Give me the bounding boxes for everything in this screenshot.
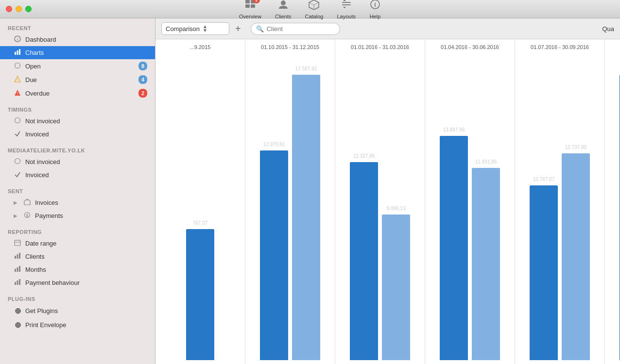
chart-bar[interactable]: 13.897,96 — [440, 136, 468, 360]
chart-bar[interactable]: 10.767,07 — [530, 185, 558, 360]
chart-bar[interactable]: 12.737,85 — [562, 153, 590, 360]
chart-col-header: 01.10.2015 - 31.12.2015 — [260, 39, 320, 57]
chart-column-col1: ...9.2015767,07 — [155, 39, 245, 364]
overview-icon: 2 — [244, 0, 256, 13]
content-area: Comparison ▲ ▼ + 🔍 Qua ...9.2015767,0701… — [155, 18, 620, 364]
svg-rect-37 — [19, 279, 20, 285]
traffic-lights — [6, 6, 32, 12]
chart-col-header: 01.01.2016 - 31.03.2016 — [350, 39, 410, 57]
sidebar-item-months[interactable]: Months — [0, 263, 155, 276]
toolbar-layouts[interactable]: Layouts — [337, 0, 356, 19]
section-mediaatelier: MEDIAATELIER.MITE.YO.LK — [0, 141, 155, 155]
clients-label: Clients — [275, 14, 292, 19]
add-button[interactable]: + — [233, 23, 243, 34]
not-invoiced-media-icon — [14, 158, 21, 166]
svg-point-4 — [281, 0, 286, 5]
svg-text:!: ! — [17, 91, 18, 96]
comparison-dropdown[interactable]: Comparison ▲ ▼ — [161, 22, 229, 35]
sidebar-item-clients-report[interactable]: Clients — [0, 250, 155, 263]
maximize-button[interactable] — [25, 6, 32, 12]
svg-point-14 — [15, 63, 20, 68]
toolbar-clients[interactable]: Clients — [275, 0, 292, 19]
chart-col-header: ...9.2015 — [189, 39, 212, 57]
svg-text:i: i — [17, 37, 18, 42]
section-timings: TIMINGS — [0, 100, 155, 115]
close-button[interactable] — [6, 6, 12, 12]
svg-rect-36 — [17, 281, 18, 285]
sidebar-item-date-range[interactable]: Date range — [0, 237, 155, 250]
sidebar-item-charts[interactable]: Charts — [0, 46, 155, 59]
open-count: 8 — [138, 62, 147, 70]
sidebar-overdue-label: Overdue — [25, 90, 135, 97]
search-input[interactable] — [267, 25, 335, 33]
svg-rect-13 — [19, 49, 20, 55]
help-label: Help — [370, 14, 381, 19]
search-box: 🔍 — [251, 23, 340, 35]
content-toolbar: Comparison ▲ ▼ + 🔍 Qua — [155, 18, 620, 39]
sidebar-item-not-invoiced-timings[interactable]: Not invoiced — [0, 115, 155, 128]
sidebar-item-not-invoiced-media[interactable]: Not invoiced — [0, 155, 155, 168]
toolbar-overview[interactable]: 2 Overview — [239, 0, 261, 19]
chart-bar[interactable]: 11.931,86 — [472, 168, 500, 360]
svg-rect-0 — [245, 0, 250, 3]
chart-area: ...9.2015767,0701.10.2015 - 31.12.201512… — [155, 39, 620, 364]
bar-value-label: 9.099,13 — [387, 206, 406, 211]
section-recent: RECENT — [0, 18, 155, 33]
open-icon — [14, 62, 21, 70]
sidebar-item-invoiced-timings[interactable]: Invoiced — [0, 128, 155, 141]
overview-label: Overview — [239, 14, 261, 19]
date-range-icon — [14, 239, 21, 248]
sidebar-item-print-envelope[interactable]: ⊕ Print Envelope — [0, 318, 155, 332]
chart-col-header: 01.04.2016 - 30.06.2016 — [440, 39, 500, 57]
sidebar-item-due[interactable]: ! Due 4 — [0, 73, 155, 86]
chart-column-col3: 01.01.2016 - 31.03.201612.327,869.099,13 — [335, 39, 425, 364]
not-invoiced-timings-icon — [14, 117, 21, 125]
chart-bar[interactable]: 12.327,86 — [350, 162, 378, 360]
toolbar-help[interactable]: i Help — [369, 0, 381, 19]
toolbar: 2 Overview Clients — [239, 0, 381, 19]
sidebar: RECENT i Dashboard Charts Open 8 ! — [0, 18, 155, 364]
sidebar-invoiced-media-label: Invoiced — [25, 171, 147, 179]
help-icon: i — [369, 0, 381, 13]
svg-rect-29 — [15, 256, 16, 259]
bar-value-label: 12.970,81 — [263, 142, 285, 147]
sidebar-open-label: Open — [25, 63, 135, 70]
print-envelope-icon: ⊕ — [14, 320, 21, 330]
minimize-button[interactable] — [16, 6, 22, 12]
svg-rect-35 — [15, 282, 16, 285]
sidebar-item-payment-behaviour[interactable]: Payment behaviour — [0, 276, 155, 289]
section-reporting: REPORTING — [0, 222, 155, 237]
chart-bar[interactable]: 12.970,81 — [260, 150, 288, 360]
sidebar-item-invoices[interactable]: ▶ Invoices — [0, 196, 155, 209]
chart-bars-group: 767,07 — [158, 57, 242, 364]
sidebar-item-get-plugins[interactable]: ⊕ Get Plugins — [0, 304, 155, 318]
titlebar: 2 Overview Clients — [0, 0, 620, 18]
chart-bars-group: 13.897,9611.931,86 — [428, 57, 512, 364]
sidebar-item-overdue[interactable]: ! Overdue 2 — [0, 86, 155, 100]
svg-rect-25 — [15, 240, 20, 246]
svg-rect-12 — [17, 50, 18, 55]
chart-bars-group: 10.767,0712.737,85 — [518, 57, 602, 364]
toolbar-catalog[interactable]: Catalog — [305, 0, 324, 19]
chart-bar[interactable]: 9.099,13 — [382, 215, 410, 360]
bar-value-label: 10.767,07 — [533, 177, 555, 182]
chart-bar[interactable]: 767,07 — [186, 229, 214, 360]
clients-report-icon — [14, 252, 21, 261]
invoices-arrow: ▶ — [14, 200, 17, 205]
svg-rect-2 — [245, 4, 250, 8]
svg-text:i: i — [374, 1, 376, 8]
bar-value-label: 12.327,86 — [353, 153, 375, 159]
column-label: Qua — [602, 25, 614, 33]
section-plugins: PLUG-INS — [0, 289, 155, 304]
sidebar-item-invoiced-media[interactable]: Invoiced — [0, 168, 155, 182]
svg-rect-6 — [342, 4, 351, 5]
sidebar-item-payments[interactable]: ▶ $ Payments — [0, 209, 155, 222]
months-icon — [14, 265, 21, 274]
sidebar-months-label: Months — [25, 266, 147, 273]
invoiced-timings-icon — [14, 130, 21, 138]
sidebar-item-open[interactable]: Open 8 — [0, 59, 155, 73]
chart-bar[interactable]: 17.587,92 — [292, 75, 320, 360]
svg-text:$: $ — [26, 213, 28, 218]
sidebar-item-dashboard[interactable]: i Dashboard — [0, 33, 155, 46]
payments-arrow: ▶ — [14, 213, 17, 218]
